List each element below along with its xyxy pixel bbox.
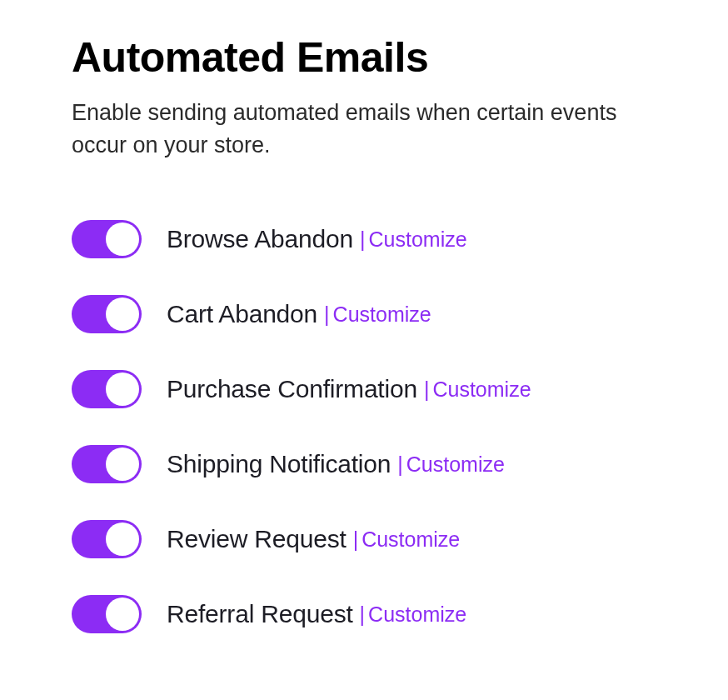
page-title: Automated Emails — [72, 33, 656, 82]
customize-link[interactable]: Customize — [369, 228, 467, 252]
customize-link[interactable]: Customize — [432, 378, 531, 402]
toggle-row-referral-request: Referral Request | Customize — [72, 595, 656, 633]
toggle-label: Browse Abandon — [167, 225, 353, 253]
toggle-label: Purchase Confirmation — [167, 375, 417, 403]
separator: | — [360, 228, 366, 252]
toggle-knob — [106, 598, 139, 631]
toggle-switch[interactable] — [72, 520, 142, 558]
separator: | — [424, 378, 430, 402]
toggle-label: Referral Request — [167, 600, 353, 628]
toggle-knob — [106, 448, 139, 481]
toggle-row-review-request: Review Request | Customize — [72, 520, 656, 558]
toggle-row-browse-abandon: Browse Abandon | Customize — [72, 220, 656, 258]
toggle-row-shipping-notification: Shipping Notification | Customize — [72, 445, 656, 483]
toggle-switch[interactable] — [72, 445, 142, 483]
toggle-label: Review Request — [167, 525, 347, 553]
toggle-knob — [106, 522, 139, 556]
customize-link[interactable]: Customize — [368, 602, 466, 627]
toggle-label: Shipping Notification — [167, 450, 391, 478]
automated-emails-list: Browse Abandon | Customize Cart Abandon … — [72, 220, 656, 633]
customize-link[interactable]: Customize — [333, 302, 431, 327]
toggle-switch[interactable] — [72, 295, 142, 333]
toggle-knob — [106, 298, 139, 331]
separator: | — [360, 602, 366, 627]
page-subtitle: Enable sending automated emails when cer… — [72, 97, 656, 162]
separator: | — [397, 452, 403, 477]
customize-link[interactable]: Customize — [362, 528, 460, 552]
toggle-row-purchase-confirmation: Purchase Confirmation | Customize — [72, 370, 656, 408]
toggle-label: Cart Abandon — [167, 300, 317, 328]
toggle-row-cart-abandon: Cart Abandon | Customize — [72, 295, 656, 333]
separator: | — [324, 302, 330, 327]
separator: | — [353, 528, 359, 552]
toggle-switch[interactable] — [72, 595, 142, 633]
customize-link[interactable]: Customize — [406, 452, 505, 477]
toggle-knob — [106, 222, 139, 256]
toggle-knob — [106, 372, 139, 406]
toggle-switch[interactable] — [72, 370, 142, 408]
toggle-switch[interactable] — [72, 220, 142, 258]
